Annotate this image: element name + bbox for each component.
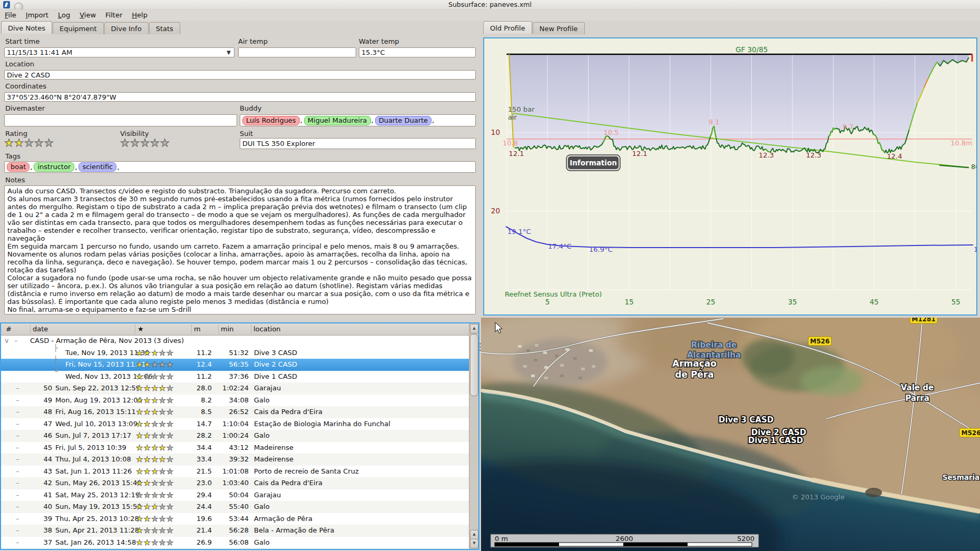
- dive-date: Thu, Jul 4, 2013 10:08: [55, 455, 131, 463]
- divemaster-input[interactable]: [4, 114, 237, 126]
- dive-number: 49: [30, 396, 52, 404]
- tag-chip[interactable]: scientific: [79, 162, 116, 172]
- column-header-date[interactable]: date: [30, 325, 48, 333]
- column-header-location[interactable]: location: [251, 325, 281, 333]
- svg-text:10: 10: [491, 128, 500, 136]
- collapse-caret-icon[interactable]: ∨: [4, 337, 9, 345]
- menu-filter[interactable]: Filter: [101, 10, 127, 20]
- chevron-down-icon[interactable]: ▼: [225, 49, 232, 56]
- dive-rating: ★★★★★: [136, 549, 174, 550]
- dive-rating: ★★★★★: [136, 348, 174, 358]
- scroll-up2-icon[interactable]: ▲: [470, 530, 478, 539]
- buddy-chip[interactable]: Duarte Duarte: [375, 116, 432, 125]
- scroll-down-icon[interactable]: ▼: [470, 539, 478, 548]
- map-label: Sesmarias: [943, 473, 980, 481]
- dive-row[interactable]: –43Sat, Jun 1, 2013 11:26★★★★★21.51:01:0…: [1, 466, 469, 478]
- column-header-num[interactable]: #: [4, 325, 12, 333]
- dive-date: Sat, Jan 26, 2013 14:58: [55, 538, 136, 546]
- dive-row[interactable]: –45Fri, Jul 5, 2013 10:39★★★★★34.443:12M…: [1, 442, 469, 454]
- title-bar: Subsurface: paneves.xml: [0, 0, 980, 9]
- dive-list-scrollbar[interactable]: ▲ ▲ ▼: [469, 323, 478, 549]
- dive-rating: ★★★★★: [136, 372, 174, 381]
- buddy-input[interactable]: Luís Rodrigues,Miguel Madureira,Duarte D…: [240, 114, 476, 126]
- tab-new-profile[interactable]: New Profile: [533, 22, 585, 34]
- satellite-map[interactable]: Armaçãode PêraRibeira deAlcantarilhaVale…: [481, 318, 980, 551]
- svg-text:12.1: 12.1: [509, 150, 524, 158]
- location-input[interactable]: [4, 70, 476, 80]
- rating-stars[interactable]: ★★★★★: [4, 136, 54, 149]
- menu-view[interactable]: View: [75, 10, 101, 20]
- tab-old-profile[interactable]: Old Profile: [483, 21, 532, 34]
- column-header-min[interactable]: min: [218, 325, 234, 333]
- dive-number: 37: [30, 538, 52, 546]
- dive-row[interactable]: –41Sat, May 25, 2013 12:19★★★★★29.450:04…: [1, 489, 469, 501]
- tree-line: –: [16, 479, 19, 487]
- dive-row[interactable]: –47Wed, Jul 10, 2013 13:09★★★★★14.71:10:…: [1, 418, 469, 430]
- dive-location: Garajau: [254, 491, 281, 499]
- column-header-stars[interactable]: ★: [135, 325, 144, 333]
- dive-row[interactable]: –49Mon, Aug 19, 2013 12:06★★★★★8.234:08G…: [1, 395, 469, 407]
- tab-dive-info[interactable]: Dive Info: [104, 22, 149, 34]
- dive-duration: 55:40: [211, 503, 249, 510]
- dive-location: Madeirense: [254, 455, 293, 463]
- map-container[interactable]: Armaçãode PêraRibeira deAlcantarilhaVale…: [481, 318, 980, 551]
- dive-row[interactable]: –48Fri, Aug 16, 2013 15:11★★★★★8.526:52C…: [1, 406, 469, 418]
- building-block: [560, 375, 564, 377]
- dive-row[interactable]: ├Fri, Nov 15, 2013 11:41★★★★★12.456:35Di…: [1, 359, 469, 371]
- water-temp-input[interactable]: [359, 47, 476, 57]
- dive-depth: 26.9: [180, 538, 212, 546]
- dive-row[interactable]: –42Sun, May 26, 2013 15:40★★★★★23.01:03:…: [1, 477, 469, 489]
- dive-depth: 21.4: [180, 526, 212, 534]
- menu-help[interactable]: Help: [127, 10, 152, 20]
- road-badge-label: M526: [810, 338, 830, 345]
- visibility-stars[interactable]: ★★★★★: [120, 136, 170, 149]
- dive-list-header[interactable]: #date★mminlocation: [1, 323, 469, 336]
- buddy-chip[interactable]: Miguel Madureira: [304, 116, 371, 125]
- menu-log[interactable]: Log: [53, 10, 75, 20]
- tab-dive-notes[interactable]: Dive Notes: [1, 21, 52, 34]
- coordinates-input[interactable]: [4, 92, 476, 102]
- dive-row[interactable]: –39Thu, Apr 25, 2013 10:28★★★★★19.653:44…: [1, 513, 469, 525]
- suit-input[interactable]: [240, 138, 476, 149]
- dive-trip-group-row[interactable]: ∨–CASD - Armação de Pêra, Nov 2013 (3 di…: [1, 335, 469, 347]
- dive-row[interactable]: –38Sun, Apr 21, 2013 11:28★★★★★21.456:28…: [1, 525, 469, 537]
- scroll-up-icon[interactable]: ▲: [470, 324, 478, 333]
- tags-input[interactable]: boat,instructor,scientific,: [4, 161, 476, 173]
- tree-branch: ├: [54, 356, 58, 363]
- dive-list[interactable]: #date★mminlocation ∨–CASD - Armação de P…: [0, 322, 479, 550]
- dive-duration: 1:02:24: [211, 384, 249, 392]
- buddy-chip[interactable]: Luís Rodrigues: [242, 116, 300, 125]
- building-block: [565, 348, 569, 351]
- window-title: Subsurface: paneves.xml: [448, 1, 532, 8]
- dive-rating: ★★★★★: [136, 407, 174, 417]
- dive-rating: ★★★★★: [136, 478, 174, 488]
- scrollbar-thumb[interactable]: [470, 334, 478, 396]
- dive-row[interactable]: –37Sat, Jan 26, 2013 14:58★★★★★26.956:08…: [1, 537, 469, 549]
- dive-row[interactable]: –40Sun, May 19, 2013 15:53★★★★★24.455:40…: [1, 501, 469, 513]
- dive-row[interactable]: –36Sun, Jan 20, 2013 12:33★★★★★21.758:36…: [1, 548, 469, 550]
- column-header-m[interactable]: m: [191, 325, 201, 333]
- tag-chip[interactable]: instructor: [34, 162, 74, 172]
- dive-row[interactable]: └Wed, Nov 13, 2013 11:06★★★★★11.237:36Di…: [1, 371, 469, 383]
- dive-number: 40: [30, 503, 52, 510]
- menu-file[interactable]: File: [0, 10, 21, 20]
- dive-row[interactable]: –50Sun, Sep 22, 2013 12:59★★★★★28.01:02:…: [1, 382, 469, 395]
- air-temp-input[interactable]: [238, 47, 356, 57]
- dive-depth: 11.2: [180, 372, 212, 380]
- building-block: [526, 349, 530, 352]
- dive-row[interactable]: –46Sun, Jul 7, 2013 17:17★★★★★28.21:00:2…: [1, 430, 469, 442]
- dive-row[interactable]: –44Thu, Jul 4, 2013 10:08★★★★★33.439:32M…: [1, 454, 469, 466]
- dive-number: 39: [30, 515, 52, 523]
- svg-text:5: 5: [545, 298, 550, 306]
- notes-textarea[interactable]: Aula do curso CASD. Transectos c/video e…: [4, 185, 476, 314]
- tab-equipment[interactable]: Equipment: [53, 22, 104, 34]
- tree-line: –: [16, 526, 19, 534]
- tag-chip[interactable]: boat: [7, 162, 30, 172]
- tab-stats[interactable]: Stats: [149, 22, 180, 34]
- menu-import[interactable]: Import: [21, 10, 53, 20]
- suit-label: Suit: [240, 130, 253, 137]
- start-time-combobox[interactable]: 11/15/13 11:41 AM ▼: [4, 47, 234, 57]
- dive-row[interactable]: ├Tue, Nov 19, 2013 11:39★★★★★11.251:32Di…: [1, 347, 469, 359]
- dive-location: Madeirense: [254, 444, 293, 451]
- dive-duration: 26:52: [211, 408, 249, 416]
